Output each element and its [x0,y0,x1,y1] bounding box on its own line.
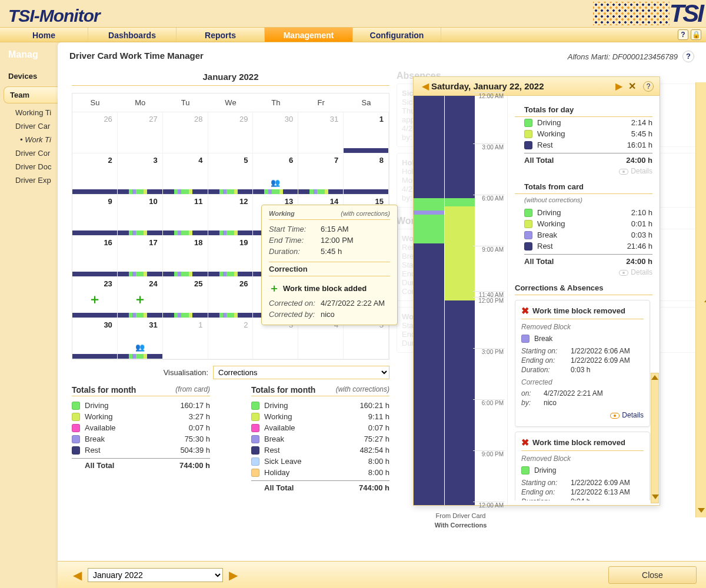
calendar-cell[interactable]: 6👥 [253,153,298,195]
month-select[interactable]: January 2022 [88,568,223,582]
timeline-hour-label: 12:00 AM [473,502,505,509]
calendar-cell[interactable]: 26 [72,112,118,153]
details-link[interactable]: Details [521,407,644,422]
calendar-cell[interactable]: 5 [208,153,254,195]
weekday-header: We [208,93,254,112]
legend-swatch [524,231,532,239]
next-month-button[interactable]: ▶ [223,568,244,582]
corr-scroll-up-icon[interactable] [651,375,658,380]
nav-item-dashboards[interactable]: Dashboards [88,28,176,42]
legend-swatch [251,446,259,455]
calendar-cell[interactable]: 31👥 [118,318,163,359]
totals-row: Break75:27 h [251,433,389,445]
calendar-cell[interactable]: 30 [253,112,298,153]
day-popup-date: Saturday, January 22, 2022 [431,81,613,91]
main-nav: HomeDashboardsReportsManagementConfigura… [0,27,706,42]
day-help-icon[interactable]: ? [643,81,654,92]
day-section-subtitle: (without corrections) [515,194,652,207]
calendar-month-title: January 2022 [72,68,389,86]
sidebar-section-devices[interactable]: Devices [0,66,58,84]
calendar-cell[interactable]: 30 [72,318,118,359]
calendar-cell[interactable]: 9 [72,195,118,236]
calendar-cell[interactable]: 23＋ [72,277,118,318]
page-scrollbar[interactable] [695,82,706,517]
calendar-cell[interactable]: 1 [344,112,389,153]
calendar-cell[interactable]: 28 [163,112,208,153]
prev-month-button[interactable]: ◀ [67,568,88,582]
calendar-cell[interactable]: 12 [208,195,254,236]
totals-row: Rest482:54 h [251,445,389,456]
weekday-header: Mo [118,93,163,112]
eye-icon [619,169,628,175]
sidebar: Manag Devices Team Working TiDriver CarW… [0,42,58,588]
sidebar-link[interactable]: Driver Cor [0,146,58,160]
calendar-cell[interactable]: 11 [163,195,208,236]
calendar-cell[interactable]: 25 [163,277,208,318]
nav-item-home[interactable]: Home [0,28,88,42]
details-link[interactable]: Details [524,266,652,279]
calendar-cell[interactable]: 24＋ [118,277,163,318]
calendar-tooltip: Working (with corrections) Start Time:6:… [261,205,398,325]
sidebar-tab-team[interactable]: Team [4,86,58,103]
nav-item-reports[interactable]: Reports [176,28,265,42]
remove-icon: ✖ [521,437,529,448]
people-icon: 👥 [271,178,280,187]
day-next-button[interactable]: ▶ [613,81,625,92]
sidebar-link[interactable]: Driver Exp [0,173,58,187]
legend-swatch [72,413,80,421]
calendar-cell[interactable]: 4 [163,153,208,195]
calendar-cell[interactable]: 19 [208,236,254,277]
day-section-title: Totals from card [515,180,652,194]
timeline-track-corrections [445,96,476,505]
sidebar-link[interactable]: Driver Doc [0,160,58,173]
day-close-button[interactable]: ✕ [625,81,640,92]
nav-help-icon[interactable]: ? [678,29,688,40]
calendar-cell[interactable]: 1 [163,318,208,359]
sidebar-link[interactable]: Driver Car [0,119,58,133]
calendar-cell[interactable]: 29 [208,112,254,153]
footer-bar: ◀ January 2022 ▶ Close [58,561,706,588]
calendar-cell[interactable]: 2 [208,318,254,359]
people-icon: 👥 [135,343,145,352]
timeline-hour-label: 3:00 AM [473,143,505,151]
legend-swatch [524,209,532,217]
calendar-cell[interactable]: 10 [118,195,163,236]
day-totals-row: Working0:01 h [524,218,652,229]
timeline-caption-right: With Corrections [414,522,508,529]
timeline-hour-label: 6:00 AM [473,195,505,202]
day-totals-row: Working5:45 h [524,128,652,139]
eye-icon [619,270,628,276]
nav-lock-icon[interactable]: 🔒 [691,29,701,40]
day-prev-button[interactable]: ◀ [419,81,431,92]
calendar-cell[interactable]: 31 [298,112,344,153]
legend-swatch [524,242,532,250]
calendar-cell[interactable]: 26 [208,277,254,318]
sidebar-link[interactable]: Work Ti [0,133,58,146]
sidebar-link[interactable]: Working Ti [0,106,58,119]
calendar-cell[interactable]: 3 [118,153,163,195]
correction-card: ✖Work time block removedRemoved BlockBre… [515,300,650,427]
calendar-cell[interactable]: 27 [118,112,163,153]
calendar-cell[interactable]: 7 [298,153,344,195]
brand-block: TSI [593,0,706,28]
timeline-hour-label: 12:00 PM [473,297,505,304]
nav-item-configuration[interactable]: Configuration [353,28,441,42]
corrections-scrollbar[interactable] [651,373,659,503]
calendar-cell[interactable]: 8 [344,153,389,195]
help-icon[interactable]: ? [682,51,694,62]
timeline-hour-label: 9:00 AM [473,246,505,253]
corr-scroll-down-icon[interactable] [652,495,659,499]
visualisation-select[interactable]: Corrections [213,366,389,379]
calendar-cell[interactable]: 17 [118,236,163,277]
close-button[interactable]: Close [608,566,697,584]
calendar-cell[interactable]: 16 [72,236,118,277]
calendar-cell[interactable]: 18 [163,236,208,277]
legend-swatch [251,457,259,466]
day-totals-row: Driving2:14 h [524,117,652,128]
nav-item-management[interactable]: Management [265,28,353,42]
brand-dots-icon [593,2,670,25]
calendar-cell[interactable]: 2 [72,153,118,195]
details-link[interactable]: Details [524,165,652,178]
legend-swatch [251,435,259,443]
scroll-down-icon[interactable] [698,508,705,513]
